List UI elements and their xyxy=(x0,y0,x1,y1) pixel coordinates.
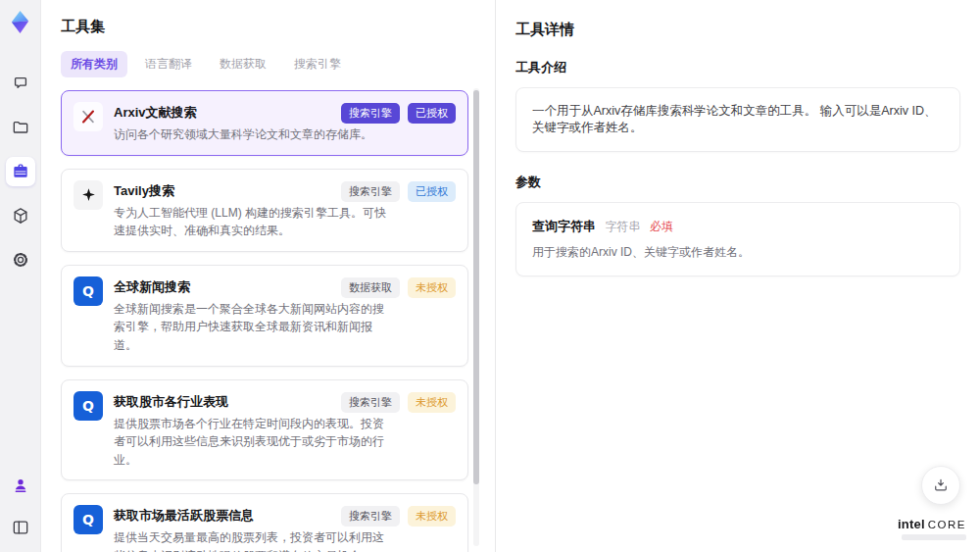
category-badge: 搜索引擎 xyxy=(341,392,400,413)
app-logo xyxy=(7,9,33,35)
app-window: 工具集 所有类别 语言翻译 数据获取 搜索引擎 Arxiv文献搜索 访问各个研究… xyxy=(0,0,980,552)
page-title: 工具集 xyxy=(61,18,495,36)
sidebar xyxy=(0,0,41,552)
gear-icon xyxy=(11,250,30,270)
intel-brand-text: intel xyxy=(898,517,925,531)
tool-badges: 搜索引擎 未授权 xyxy=(341,506,456,527)
tool-description: 全球新闻搜索是一个聚合全球各大新闻网站内容的搜索引擎，帮助用户快速获取全球最新资… xyxy=(114,300,386,355)
tab-all-categories[interactable]: 所有类别 xyxy=(61,51,127,77)
intel-logo-subtext xyxy=(902,534,966,540)
parameter-card: 查询字符串 字符串 必填 用于搜索的Arxiv ID、关键字或作者姓名。 xyxy=(515,202,960,276)
arxiv-logo xyxy=(74,102,103,144)
auth-status-badge: 已授权 xyxy=(408,181,456,202)
intel-product-text: CORE xyxy=(928,519,966,530)
details-title: 工具详情 xyxy=(515,21,960,39)
category-tabs: 所有类别 语言翻译 数据获取 搜索引擎 xyxy=(61,51,495,77)
intro-heading: 工具介绍 xyxy=(515,59,960,76)
sidebar-item-toolset[interactable] xyxy=(6,157,35,186)
tool-description: 访问各个研究领域大量科学论文和文章的存储库。 xyxy=(114,125,372,144)
tool-list-item[interactable]: Q 获取市场最活跃股票信息 提供当天交易量最高的股票列表，投资者可以利用这些信息… xyxy=(61,493,468,552)
category-badge: 搜索引擎 xyxy=(341,506,400,527)
tool-list: Arxiv文献搜索 访问各个研究领域大量科学论文和文章的存储库。 搜索引擎 已授… xyxy=(61,90,468,552)
tool-list-item[interactable]: Q 获取股市各行业表现 提供股票市场各个行业在特定时间段内的表现。投资者可以利用… xyxy=(61,379,468,481)
folder-icon xyxy=(11,118,30,137)
auth-status-badge: 已授权 xyxy=(408,103,456,124)
tool-badges: 数据获取 未授权 xyxy=(341,277,456,298)
chat-icon xyxy=(11,74,30,93)
panel-toggle-icon xyxy=(11,518,30,537)
tool-badges: 搜索引擎 已授权 xyxy=(341,103,456,124)
tool-badges: 搜索引擎 未授权 xyxy=(341,392,456,413)
parameter-name: 查询字符串 xyxy=(532,219,596,233)
category-badge: 搜索引擎 xyxy=(341,181,400,202)
tavily-logo xyxy=(74,180,103,240)
tool-list-item[interactable]: Tavily搜索 专为人工智能代理 (LLM) 构建的搜索引擎工具。可快速提供实… xyxy=(61,169,468,252)
scrollbar-thumb[interactable] xyxy=(473,90,479,484)
auth-status-badge: 未授权 xyxy=(408,392,456,413)
auth-status-badge: 未授权 xyxy=(408,506,456,527)
intro-text: 一个用于从Arxiv存储库搜索科学论文和文章的工具。 输入可以是Arxiv ID… xyxy=(532,104,937,134)
search-q-logo: Q xyxy=(74,276,103,355)
search-q-logo: Q xyxy=(74,505,103,552)
search-q-logo: Q xyxy=(74,391,103,470)
parameter-description: 用于搜索的Arxiv ID、关键字或作者姓名。 xyxy=(532,244,944,261)
download-icon xyxy=(932,477,950,494)
parameter-header: 查询字符串 字符串 必填 xyxy=(532,218,944,235)
tool-description: 提供当天交易量最高的股票列表，投资者可以利用这些信息来识别流动性强的股票和潜在的… xyxy=(114,528,386,552)
user-icon xyxy=(11,476,30,495)
list-scrollbar[interactable] xyxy=(473,88,479,546)
tool-badges: 搜索引擎 已授权 xyxy=(341,181,456,202)
tab-search-engine[interactable]: 搜索引擎 xyxy=(284,51,351,77)
parameter-type: 字符串 xyxy=(605,220,640,233)
sidebar-item-account[interactable] xyxy=(6,471,35,500)
sidebar-item-chat[interactable] xyxy=(6,69,35,98)
parameter-required-flag: 必填 xyxy=(650,220,673,233)
category-badge: 数据获取 xyxy=(341,277,400,298)
tool-description: 专为人工智能代理 (LLM) 构建的搜索引擎工具。可快速提供实时、准确和真实的结… xyxy=(114,204,386,240)
tab-data-acquisition[interactable]: 数据获取 xyxy=(210,51,276,77)
tab-language-translation[interactable]: 语言翻译 xyxy=(135,51,202,77)
toolset-panel: 工具集 所有类别 语言翻译 数据获取 搜索引擎 Arxiv文献搜索 访问各个研究… xyxy=(41,0,495,552)
auth-status-badge: 未授权 xyxy=(408,277,456,298)
tool-list-item[interactable]: Q 全球新闻搜索 全球新闻搜索是一个聚合全球各大新闻网站内容的搜索引擎，帮助用户… xyxy=(61,265,468,367)
sidebar-item-packages[interactable] xyxy=(6,201,35,230)
intel-core-logo: intelCORE xyxy=(898,517,966,540)
briefcase-icon xyxy=(11,162,30,181)
category-badge: 搜索引擎 xyxy=(341,103,400,124)
tool-description: 提供股票市场各个行业在特定时间段内的表现。投资者可以利用这些信息来识别表现优于或… xyxy=(114,415,386,470)
tool-details-panel: 工具详情 工具介绍 一个用于从Arxiv存储库搜索科学论文和文章的工具。 输入可… xyxy=(495,0,980,552)
cube-icon xyxy=(11,206,30,226)
params-heading: 参数 xyxy=(515,174,960,191)
download-button[interactable] xyxy=(921,466,960,505)
intro-card: 一个用于从Arxiv存储库搜索科学论文和文章的工具。 输入可以是Arxiv ID… xyxy=(515,87,960,152)
tool-name: Arxiv文献搜索 xyxy=(114,104,372,122)
sidebar-item-settings[interactable] xyxy=(6,245,35,275)
sidebar-item-files[interactable] xyxy=(6,113,35,142)
sidebar-item-panel-toggle[interactable] xyxy=(6,513,35,542)
tool-list-item[interactable]: Arxiv文献搜索 访问各个研究领域大量科学论文和文章的存储库。 搜索引擎 已授… xyxy=(61,90,468,156)
